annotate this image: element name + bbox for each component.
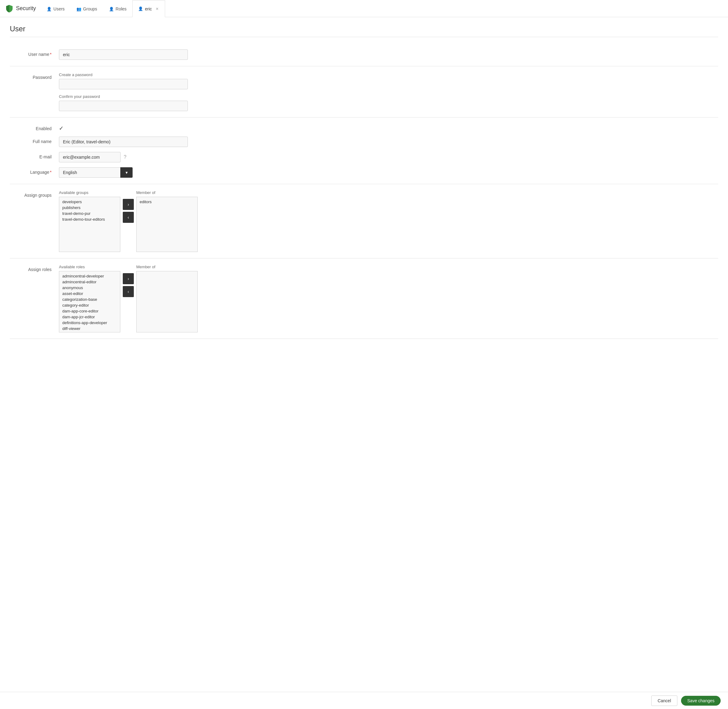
assign-roles-controls: Available roles admincentral-developer a… xyxy=(59,264,198,333)
fullname-row: Full name xyxy=(10,137,718,147)
list-item[interactable]: admincentral-developer xyxy=(60,273,119,279)
chevron-left-icon: ‹ xyxy=(128,289,129,294)
member-of-groups-label: Member of xyxy=(136,190,198,195)
username-input-wrap xyxy=(59,50,188,60)
assign-groups-label: Assign groups xyxy=(10,190,59,198)
member-of-groups-list[interactable]: editors xyxy=(136,197,198,252)
app-logo: Security xyxy=(5,4,36,13)
member-of-roles-list[interactable] xyxy=(136,271,198,333)
available-roles-label: Available roles xyxy=(59,264,120,269)
app-title: Security xyxy=(16,5,36,12)
member-of-groups-column: Member of editors xyxy=(136,190,198,252)
shield-icon xyxy=(5,4,13,13)
language-label: Language* xyxy=(10,167,59,175)
role-arrows: › ‹ xyxy=(120,264,136,297)
tab-groups[interactable]: 👥 Groups xyxy=(71,0,103,17)
username-row: User name* xyxy=(10,50,718,60)
list-item[interactable]: publishers xyxy=(60,205,119,210)
chevron-right-icon: › xyxy=(128,276,129,281)
tab-groups-label: Groups xyxy=(83,6,97,11)
list-item[interactable]: asset-editor xyxy=(60,291,119,296)
chevron-left-icon: ‹ xyxy=(128,215,129,220)
assign-groups-row: Assign groups Available groups developer… xyxy=(10,190,718,252)
password-fields-wrap: Create a password Confirm your password xyxy=(59,73,188,111)
nav-tabs: 👤 Users 👥 Groups 👤 Roles 👤 eric ✕ xyxy=(41,0,165,17)
email-row: E-mail ? xyxy=(10,152,718,162)
available-roles-list[interactable]: admincentral-developer admincentral-edit… xyxy=(59,271,120,333)
enabled-check-wrap: ✓ xyxy=(59,124,188,132)
tab-users-label: Users xyxy=(53,6,65,11)
tab-users[interactable]: 👤 Users xyxy=(41,0,71,17)
enabled-row: Enabled ✓ xyxy=(10,124,718,132)
list-item[interactable]: developers xyxy=(60,199,119,205)
available-groups-label: Available groups xyxy=(59,190,120,195)
assign-roles-label: Assign roles xyxy=(10,264,59,272)
available-groups-list[interactable]: developers publishers travel-demo-pur tr… xyxy=(59,197,120,252)
list-item[interactable]: category-editor xyxy=(60,302,119,308)
assign-groups-section: Assign groups Available groups developer… xyxy=(10,184,718,258)
groups-icon: 👥 xyxy=(76,7,81,11)
email-wrap: ? xyxy=(59,152,127,162)
assign-roles-row: Assign roles Available roles admincentra… xyxy=(10,264,718,333)
list-item[interactable]: travel-demo-tour-editors xyxy=(60,216,119,222)
language-input[interactable] xyxy=(59,167,120,178)
user-details-section: Enabled ✓ Full name E-mail ? Language* xyxy=(10,118,718,184)
list-item[interactable]: editors xyxy=(138,199,196,205)
add-group-button[interactable]: › xyxy=(123,199,134,210)
assign-groups-controls: Available groups developers publishers t… xyxy=(59,190,198,252)
username-input[interactable] xyxy=(59,50,188,60)
password-input[interactable] xyxy=(59,79,188,89)
app-header: Security 👤 Users 👥 Groups 👤 Roles 👤 eric… xyxy=(0,0,728,17)
password-row: Password Create a password Confirm your … xyxy=(10,73,718,111)
chevron-right-icon: › xyxy=(128,202,129,207)
list-item[interactable]: travel-demo-pur xyxy=(60,210,119,216)
language-select-wrap: ▾ xyxy=(59,167,133,178)
tab-close-icon[interactable]: ✕ xyxy=(155,6,159,12)
email-label: E-mail xyxy=(10,152,59,159)
page-footer: Cancel Save changes xyxy=(0,692,728,709)
page-title: User xyxy=(10,25,718,37)
email-input-wrap xyxy=(59,152,121,162)
username-section: User name* xyxy=(10,43,718,66)
list-item[interactable]: diff-viewer xyxy=(60,326,119,331)
password-label: Password xyxy=(10,73,59,80)
email-help-icon[interactable]: ? xyxy=(124,155,127,160)
list-item[interactable]: anonymous xyxy=(60,285,119,291)
list-item[interactable]: dam-app-core-editor xyxy=(60,308,119,314)
language-row: Language* ▾ xyxy=(10,167,718,178)
member-of-roles-column: Member of xyxy=(136,264,198,333)
tab-eric[interactable]: 👤 eric ✕ xyxy=(132,0,165,17)
language-dropdown-btn[interactable]: ▾ xyxy=(120,167,133,178)
save-button[interactable]: Save changes xyxy=(681,696,721,706)
fullname-input-wrap xyxy=(59,137,188,147)
enabled-checkmark: ✓ xyxy=(59,125,64,132)
member-of-roles-label: Member of xyxy=(136,264,198,269)
username-label: User name* xyxy=(10,50,59,57)
enabled-label: Enabled xyxy=(10,124,59,131)
user-icon: 👤 xyxy=(47,7,51,11)
confirm-password-label: Confirm your password xyxy=(59,94,188,99)
confirm-password-input[interactable] xyxy=(59,101,188,111)
eric-user-icon: 👤 xyxy=(138,6,143,11)
fullname-label: Full name xyxy=(10,137,59,144)
tab-eric-label: eric xyxy=(145,6,152,11)
tab-roles-label: Roles xyxy=(116,6,127,11)
available-roles-column: Available roles admincentral-developer a… xyxy=(59,264,120,333)
page-main: User User name* Password Create a passwo… xyxy=(0,17,728,692)
fullname-input[interactable] xyxy=(59,137,188,147)
remove-role-button[interactable]: ‹ xyxy=(123,286,134,297)
list-item[interactable]: definitions-app-developer xyxy=(60,320,119,326)
list-item[interactable]: dam-app-jcr-editor xyxy=(60,314,119,320)
remove-group-button[interactable]: ‹ xyxy=(123,212,134,223)
group-arrows: › ‹ xyxy=(120,190,136,223)
list-item[interactable]: categorization-base xyxy=(60,296,119,302)
assign-roles-section: Assign roles Available roles admincentra… xyxy=(10,258,718,339)
add-role-button[interactable]: › xyxy=(123,273,134,284)
tab-roles[interactable]: 👤 Roles xyxy=(103,0,133,17)
roles-icon: 👤 xyxy=(109,7,114,11)
cancel-button[interactable]: Cancel xyxy=(651,696,678,706)
chevron-down-icon: ▾ xyxy=(125,170,128,175)
email-input[interactable] xyxy=(59,152,121,162)
available-groups-column: Available groups developers publishers t… xyxy=(59,190,120,252)
list-item[interactable]: admincentral-editor xyxy=(60,279,119,285)
